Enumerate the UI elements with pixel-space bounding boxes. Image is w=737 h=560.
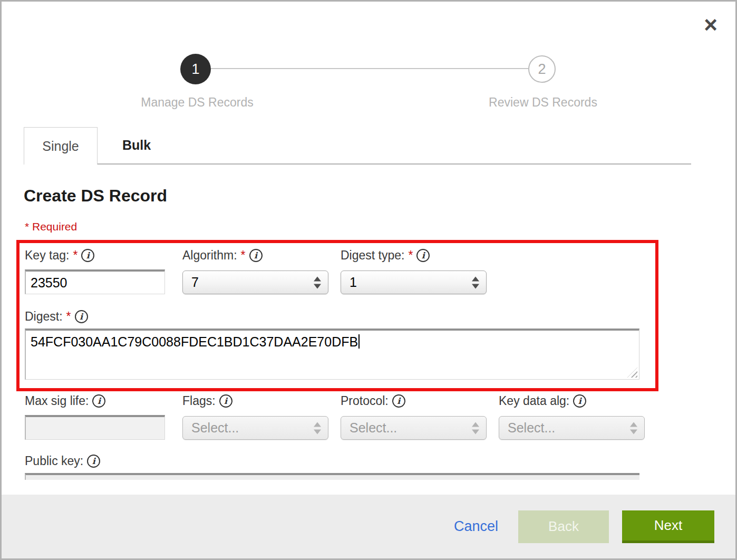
- select-value: 1: [350, 275, 357, 290]
- field-max-sig-life: Max sig life: i: [25, 394, 165, 440]
- info-icon[interactable]: i: [219, 394, 232, 408]
- label-text: Digest type:: [341, 248, 404, 263]
- label-text: Algorithm:: [182, 248, 237, 263]
- tab-divider: [24, 163, 691, 165]
- info-icon[interactable]: i: [392, 394, 405, 408]
- key-data-alg-label: Key data alg: i: [499, 394, 645, 408]
- label-text: Key tag:: [25, 248, 69, 263]
- info-icon[interactable]: i: [75, 310, 88, 323]
- info-icon[interactable]: i: [87, 455, 100, 468]
- select-value: Select...: [191, 420, 239, 436]
- key-tag-input[interactable]: [25, 269, 165, 294]
- step-1-indicator: 1: [180, 54, 211, 84]
- close-icon[interactable]: ×: [704, 13, 717, 36]
- info-icon[interactable]: i: [92, 394, 105, 408]
- tab-bulk[interactable]: Bulk: [98, 127, 176, 163]
- step-1-label: Manage DS Records: [118, 95, 276, 110]
- field-flags: Flags: i Select...: [182, 394, 328, 440]
- algorithm-select[interactable]: 7: [182, 271, 328, 294]
- dialog-footer: Cancel Back Next: [2, 495, 735, 558]
- flags-label: Flags: i: [182, 394, 328, 408]
- required-asterisk: *: [66, 310, 71, 324]
- digest-textarea[interactable]: 54FCF030AA1C79C0088FDEC1BD1C37DAA2E70DFB: [25, 329, 639, 380]
- key-data-alg-select[interactable]: Select...: [499, 416, 645, 440]
- public-key-label: Public key: i: [25, 454, 100, 468]
- max-sig-life-input[interactable]: [25, 415, 165, 440]
- info-icon[interactable]: i: [249, 249, 263, 262]
- field-key-data-alg: Key data alg: i Select...: [499, 394, 645, 440]
- resize-handle-icon[interactable]: [627, 368, 637, 378]
- protocol-select[interactable]: Select...: [341, 416, 487, 440]
- key-tag-label: Key tag: * i: [25, 248, 165, 263]
- field-key-tag: Key tag: * i: [25, 248, 165, 294]
- digest-type-select[interactable]: 1: [341, 271, 487, 294]
- step-2-indicator: 2: [528, 55, 556, 83]
- select-arrows-icon: [472, 276, 479, 288]
- field-digest: Digest: * i: [25, 310, 88, 324]
- label-text: Max sig life:: [25, 394, 89, 408]
- tab-single[interactable]: Single: [24, 127, 98, 165]
- label-text: Public key:: [25, 454, 83, 468]
- label-text: Digest:: [25, 310, 63, 324]
- info-icon[interactable]: i: [416, 249, 430, 262]
- select-value: Select...: [508, 420, 555, 436]
- flags-select[interactable]: Select...: [182, 416, 328, 440]
- select-arrows-icon: [314, 276, 321, 288]
- select-arrows-icon: [314, 422, 321, 434]
- digest-label: Digest: * i: [25, 310, 88, 324]
- text-cursor: [358, 334, 360, 349]
- protocol-label: Protocol: i: [341, 394, 487, 408]
- algorithm-label: Algorithm: * i: [182, 248, 328, 263]
- next-button[interactable]: Next: [622, 510, 714, 543]
- required-asterisk: *: [73, 248, 77, 263]
- stepper-connector-line: [211, 68, 528, 69]
- page-title: Create DS Record: [24, 186, 167, 206]
- digest-type-label: Digest type: * i: [341, 248, 487, 263]
- create-ds-record-dialog: × 1 2 Manage DS Records Review DS Record…: [0, 0, 737, 560]
- label-text: Flags:: [182, 394, 216, 408]
- public-key-textarea[interactable]: [25, 473, 639, 480]
- select-value: Select...: [350, 420, 397, 436]
- digest-value: 54FCF030AA1C79C0088FDEC1BD1C37DAA2E70DFB: [31, 334, 358, 349]
- label-text: Protocol:: [341, 394, 389, 408]
- field-digest-type: Digest type: * i 1: [341, 248, 487, 294]
- select-arrows-icon: [630, 422, 637, 434]
- tab-bar: Single Bulk: [24, 127, 691, 165]
- cancel-button[interactable]: Cancel: [454, 518, 498, 535]
- back-button[interactable]: Back: [518, 510, 609, 543]
- field-protocol: Protocol: i Select...: [341, 394, 487, 440]
- info-icon[interactable]: i: [81, 249, 94, 262]
- step-2-label: Review DS Records: [464, 95, 622, 110]
- required-asterisk: *: [241, 248, 246, 263]
- label-text: Key data alg:: [499, 394, 569, 408]
- required-asterisk: *: [408, 248, 413, 263]
- select-arrows-icon: [472, 422, 479, 434]
- field-algorithm: Algorithm: * i 7: [182, 248, 328, 294]
- select-value: 7: [191, 275, 199, 290]
- field-public-key: Public key: i: [25, 454, 100, 468]
- required-note: * Required: [25, 220, 77, 233]
- info-icon[interactable]: i: [573, 394, 586, 408]
- max-sig-life-label: Max sig life: i: [25, 394, 165, 408]
